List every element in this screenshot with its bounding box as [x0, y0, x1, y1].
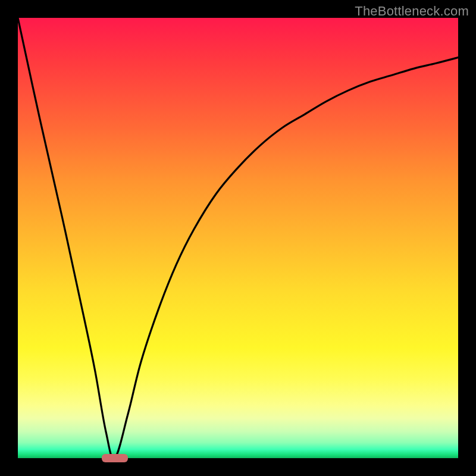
watermark-text: TheBottleneck.com: [355, 4, 469, 19]
plot-area: [18, 18, 458, 458]
chart-frame: TheBottleneck.com: [0, 0, 476, 476]
bottleneck-curve: [18, 18, 458, 458]
optimal-marker: [102, 454, 128, 462]
